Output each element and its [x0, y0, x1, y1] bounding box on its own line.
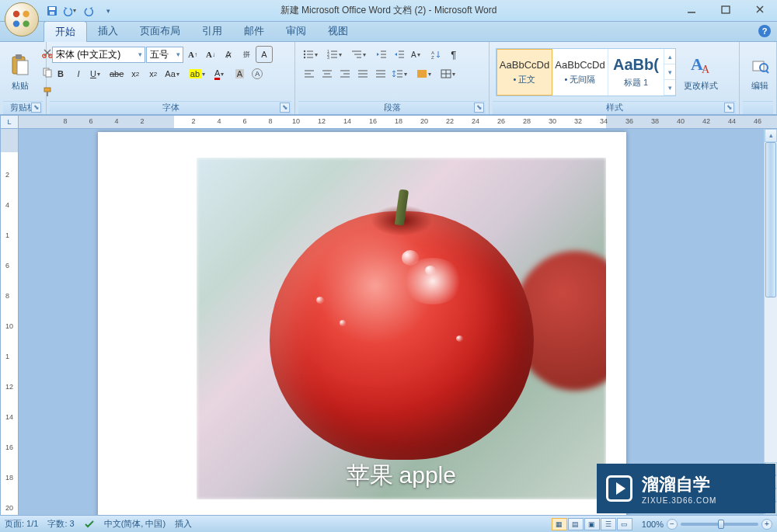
- save-button[interactable]: [44, 2, 61, 19]
- scroll-thumb[interactable]: [765, 142, 776, 297]
- svg-line-69: [766, 71, 768, 73]
- view-outline[interactable]: ☰: [601, 518, 616, 530]
- svg-text:A: A: [702, 64, 710, 75]
- grow-font-button[interactable]: A↑: [184, 46, 201, 63]
- help-button[interactable]: ?: [758, 25, 771, 37]
- zoom-slider[interactable]: [681, 523, 758, 526]
- style-heading1[interactable]: AaBb( 标题 1: [608, 49, 664, 96]
- bold-button[interactable]: B: [52, 65, 69, 82]
- multilevel-button[interactable]: ▾: [349, 46, 372, 63]
- svg-rect-5: [49, 7, 55, 10]
- numbering-button[interactable]: 123▾: [325, 46, 348, 63]
- view-print[interactable]: ▦: [552, 518, 567, 530]
- undo-button[interactable]: ▾: [62, 2, 79, 19]
- status-words[interactable]: 字数: 3: [47, 518, 74, 530]
- font-family-select[interactable]: 宋体 (中文正文): [52, 47, 145, 63]
- svg-point-22: [304, 54, 305, 55]
- shrink-font-button[interactable]: A↓: [202, 46, 219, 63]
- strike-button[interactable]: abe: [107, 65, 126, 82]
- tab-insert[interactable]: 插入: [87, 21, 129, 41]
- view-web[interactable]: ▣: [584, 518, 600, 530]
- clear-format-button[interactable]: A̷: [220, 46, 237, 63]
- office-button[interactable]: [5, 2, 39, 37]
- char-shading-button[interactable]: A: [231, 65, 248, 82]
- svg-point-24: [304, 57, 305, 58]
- style-nospace[interactable]: AaBbCcDd • 无间隔: [552, 49, 608, 96]
- align-left-button[interactable]: [301, 65, 318, 82]
- tab-mailings[interactable]: 邮件: [233, 21, 275, 41]
- italic-button[interactable]: I: [70, 65, 87, 82]
- horizontal-ruler[interactable]: 8642246810121416182022242628303234363840…: [19, 115, 777, 129]
- ribbon: 粘贴 剪贴板⬊ 宋体 (中文正文) 五号 A↑ A↓ A̷ 拼 A B: [0, 42, 777, 115]
- distribute-button[interactable]: [372, 65, 389, 82]
- tab-view[interactable]: 视图: [317, 21, 359, 41]
- decrease-indent-button[interactable]: [373, 46, 390, 63]
- border-button[interactable]: ▾: [438, 65, 462, 82]
- gallery-more[interactable]: ▾: [664, 80, 675, 96]
- tab-review[interactable]: 审阅: [275, 21, 317, 41]
- line-spacing-button[interactable]: ▾: [390, 65, 413, 82]
- enclose-char-button[interactable]: A: [249, 65, 266, 82]
- status-page[interactable]: 页面: 1/1: [5, 518, 38, 530]
- paragraph-launcher[interactable]: ⬊: [474, 103, 484, 113]
- zoom-value[interactable]: 100%: [642, 520, 664, 529]
- status-language[interactable]: 中文(简体, 中国): [104, 518, 166, 530]
- tab-home[interactable]: 开始: [44, 21, 87, 42]
- status-insert[interactable]: 插入: [175, 518, 192, 530]
- ribbon-tabs: 开始 插入 页面布局 引用 邮件 审阅 视图 ?: [0, 22, 777, 42]
- styles-launcher[interactable]: ⬊: [724, 103, 734, 113]
- vertical-ruler[interactable]: 241681011214161820: [0, 129, 19, 515]
- zoom-out-button[interactable]: −: [667, 519, 678, 530]
- align-right-button[interactable]: [336, 65, 354, 82]
- font-color-button[interactable]: A▾: [212, 65, 230, 82]
- find-button[interactable]: 编辑: [743, 52, 777, 93]
- char-border-button[interactable]: A: [256, 46, 273, 63]
- play-icon: [606, 475, 632, 502]
- subscript-button[interactable]: x2: [127, 65, 144, 82]
- align-center-button[interactable]: [319, 65, 336, 82]
- show-marks-button[interactable]: ¶: [445, 46, 462, 63]
- title-bar: ▾ ▾ 新建 Microsoft Office Word 文档 (2) - Mi…: [0, 0, 777, 22]
- ruler-corner[interactable]: L: [0, 115, 19, 129]
- gallery-down[interactable]: ▾: [664, 64, 675, 80]
- paste-button[interactable]: 粘贴: [3, 52, 37, 93]
- redo-button[interactable]: [81, 2, 98, 19]
- text-direction-button[interactable]: A▾: [409, 46, 427, 63]
- view-draft[interactable]: ▭: [617, 518, 632, 530]
- document-area[interactable]: 苹果 apple ▴ ▾ ⦿ ● ⦿: [22, 129, 777, 515]
- change-styles-button[interactable]: AA 更改样式: [679, 52, 723, 93]
- svg-text:Z: Z: [431, 55, 434, 59]
- tab-layout[interactable]: 页面布局: [129, 21, 191, 41]
- shading-button[interactable]: ▾: [414, 65, 437, 82]
- view-fullscreen[interactable]: ▤: [568, 518, 584, 530]
- qat-customize[interactable]: ▾: [99, 2, 117, 19]
- justify-button[interactable]: [354, 65, 371, 82]
- inserted-image[interactable]: 苹果 apple: [197, 158, 606, 499]
- underline-button[interactable]: U▾: [88, 65, 106, 82]
- status-proof[interactable]: [84, 519, 95, 530]
- svg-point-1: [23, 11, 29, 17]
- group-styles: AaBbCcDd • 正文 AaBbCcDd • 无间隔 AaBb( 标题 1 …: [490, 42, 740, 114]
- superscript-button[interactable]: x2: [145, 65, 162, 82]
- vertical-scrollbar[interactable]: ▴ ▾ ⦿ ● ⦿: [764, 129, 777, 515]
- minimize-button[interactable]: [674, 0, 709, 19]
- close-button[interactable]: [743, 0, 777, 19]
- phonetic-guide-button[interactable]: 拼: [238, 46, 255, 63]
- zoom-in-button[interactable]: +: [761, 519, 772, 530]
- sort-button[interactable]: AZ: [427, 46, 444, 63]
- maximize-button[interactable]: [709, 0, 743, 19]
- tab-references[interactable]: 引用: [191, 21, 233, 41]
- group-font: 宋体 (中文正文) 五号 A↑ A↓ A̷ 拼 A B I U▾ abe x2 …: [47, 42, 295, 114]
- style-normal[interactable]: AaBbCcDd • 正文: [497, 49, 552, 96]
- clipboard-launcher[interactable]: ⬊: [31, 103, 41, 113]
- font-size-select[interactable]: 五号: [146, 47, 183, 63]
- highlight-button[interactable]: ab▾: [186, 65, 211, 82]
- change-case-button[interactable]: Aa▾: [162, 65, 185, 82]
- styles-gallery[interactable]: AaBbCcDd • 正文 AaBbCcDd • 无间隔 AaBb( 标题 1 …: [496, 48, 676, 96]
- increase-indent-button[interactable]: [391, 46, 408, 63]
- bullets-button[interactable]: ▾: [301, 46, 324, 63]
- font-launcher[interactable]: ⬊: [280, 103, 290, 113]
- scroll-up-button[interactable]: ▴: [765, 129, 777, 142]
- gallery-up[interactable]: ▴: [664, 49, 675, 64]
- work-area: L 86422468101214161820222426283032343638…: [0, 115, 777, 515]
